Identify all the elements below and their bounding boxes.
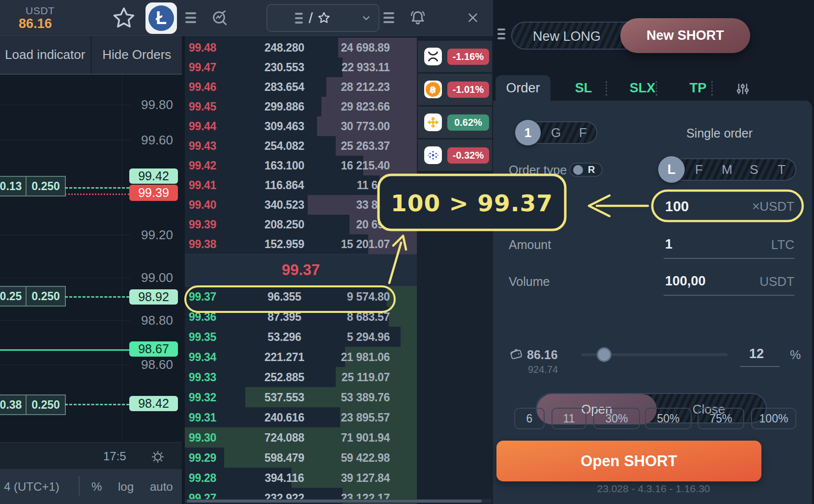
group-option-g[interactable]: G bbox=[551, 125, 561, 140]
orderbook-price: 99.45 bbox=[189, 100, 233, 113]
chart-order-label[interactable]: 0.130.250 bbox=[0, 176, 66, 196]
axis-settings-icon[interactable] bbox=[150, 449, 165, 464]
alerts-bell-icon[interactable] bbox=[408, 8, 428, 28]
litecoin-logo[interactable]: Ł bbox=[145, 2, 177, 34]
dom-mode-select[interactable]: / bbox=[266, 4, 379, 32]
account-selector-1[interactable]: 1 bbox=[515, 120, 541, 145]
orderbook-row-bid[interactable]: 99.29598.47959 422.98 bbox=[185, 448, 417, 468]
orderbook-price: 99.44 bbox=[189, 120, 233, 133]
quick-amount-button[interactable]: 30% bbox=[593, 408, 640, 429]
orderbook-volume: 537.553 bbox=[244, 391, 325, 404]
tab-tp[interactable]: TP bbox=[683, 75, 713, 101]
hide-orders-button[interactable]: Hide Orders bbox=[92, 36, 182, 74]
order-type-label: Order type bbox=[509, 163, 567, 177]
book-horizontal-scrollbar[interactable] bbox=[185, 499, 492, 503]
new-long-tab[interactable]: New LONG bbox=[512, 23, 621, 51]
price-axis-badge: 98.92 bbox=[129, 289, 178, 305]
orderbook-row-ask[interactable]: 99.45299.88629 823.66 bbox=[185, 97, 417, 116]
scrollbar-thumb[interactable] bbox=[187, 500, 482, 503]
amount-underline bbox=[664, 258, 794, 259]
orderbook-row-bid[interactable]: 99.30724.08871 901.94 bbox=[185, 427, 417, 448]
orderbook-row-ask[interactable]: 99.48248.28024 698.89 bbox=[185, 38, 417, 57]
orderbook-volume: 299.886 bbox=[244, 100, 325, 113]
menu-icon-2[interactable] bbox=[383, 12, 394, 23]
orderbook-volume: 53.296 bbox=[244, 330, 325, 343]
watchlist-item-btc[interactable]: ฿-1.01% bbox=[418, 74, 492, 105]
chart-area[interactable]: 99.8099.6099.2099.0098.8098.6099.4299.39… bbox=[0, 75, 182, 442]
watchlist-item-bnb[interactable]: 0.62% bbox=[418, 107, 492, 138]
order-type-toggle[interactable]: R bbox=[569, 163, 603, 177]
quick-amount-button[interactable]: 100% bbox=[751, 408, 796, 429]
order-size: 0.250 bbox=[27, 395, 65, 414]
log-scale-button[interactable]: log bbox=[118, 480, 134, 494]
dom-header: / bbox=[182, 0, 493, 36]
orderbook-row-ask[interactable]: 99.46283.65428 212.23 bbox=[185, 77, 417, 97]
tab-order[interactable]: Order bbox=[495, 75, 551, 101]
mode-option-t[interactable]: T bbox=[778, 162, 785, 177]
new-short-tab[interactable]: New SHORT bbox=[620, 18, 750, 53]
orderbook-volume: 283.654 bbox=[244, 81, 325, 94]
order-settings-sliders-icon[interactable] bbox=[735, 81, 751, 97]
orderbook-total: 24 698.89 bbox=[341, 41, 390, 55]
orderbook-row-ask[interactable]: 99.43254.08225 263.37 bbox=[185, 136, 417, 156]
mode-option-s[interactable]: S bbox=[750, 162, 758, 177]
volume-input[interactable]: 100,00 bbox=[665, 274, 706, 289]
last-price: 99.37 bbox=[282, 261, 320, 279]
last-price-row[interactable]: 99.37 bbox=[185, 254, 417, 286]
orderbook-row-bid[interactable]: 99.32537.55353 389.76 bbox=[185, 387, 417, 407]
mode-selector-l[interactable]: L bbox=[658, 156, 685, 183]
orderbook-volume: 152.959 bbox=[244, 238, 325, 251]
menu-icon[interactable] bbox=[185, 12, 196, 23]
chart-order-label[interactable]: 0.380.250 bbox=[0, 394, 66, 415]
orderbook-row-ask[interactable]: 99.42163.10016 215.40 bbox=[185, 156, 417, 175]
risk-percent-input[interactable]: 12 bbox=[749, 346, 764, 362]
tab-sl[interactable]: SL bbox=[569, 75, 598, 101]
orderbook-row-bid[interactable]: 99.31240.61623 895.57 bbox=[185, 407, 417, 427]
orderbook-row-bid[interactable]: 99.3687.3958 683.57 bbox=[185, 307, 417, 327]
auto-scale-button[interactable]: auto bbox=[150, 480, 173, 494]
orderbook-total: 21 981.06 bbox=[341, 350, 390, 364]
orderbook-row-ask[interactable]: 99.44309.46330 773.00 bbox=[185, 116, 417, 136]
open-short-button[interactable]: Open SHORT bbox=[496, 441, 761, 481]
favorite-star-icon[interactable] bbox=[111, 5, 137, 31]
close-icon[interactable] bbox=[466, 11, 480, 25]
quick-amount-button[interactable]: 6 bbox=[514, 408, 545, 429]
watchlist-item-ada[interactable]: -0.32% bbox=[418, 140, 492, 171]
percent-scale-button[interactable]: % bbox=[91, 480, 102, 494]
orderbook-row-ask[interactable]: 99.47230.55322 933.11 bbox=[185, 57, 417, 77]
load-indicator-button[interactable]: Load indicator bbox=[0, 36, 92, 74]
mode-option-f[interactable]: F bbox=[695, 162, 703, 177]
orderbook-row-bid[interactable]: 99.3553.2965 294.96 bbox=[185, 327, 417, 347]
order-book[interactable]: 99.48248.28024 698.8999.47230.55322 933.… bbox=[185, 36, 417, 504]
orderbook-row-ask[interactable]: 99.39208.25020 697 bbox=[185, 215, 417, 234]
orderbook-row-ask[interactable]: 99.40340.52333 847 bbox=[185, 195, 417, 215]
mode-option-m[interactable]: M bbox=[722, 162, 732, 177]
tab-slx[interactable]: SLX bbox=[628, 75, 657, 101]
chart-gridline bbox=[0, 364, 130, 365]
orderbook-row-bid[interactable]: 99.3796.3559 574.80 bbox=[185, 286, 417, 307]
orderbook-row-ask[interactable]: 99.38152.95915 201.07 bbox=[185, 234, 417, 254]
price-input[interactable]: 100 bbox=[665, 198, 689, 215]
quick-amount-button[interactable]: 75% bbox=[698, 408, 744, 429]
orderbook-total: 25 119.07 bbox=[342, 370, 390, 384]
chart-order-label[interactable]: 0.250.250 bbox=[0, 286, 66, 307]
timezone-label[interactable]: 4 (UTC+1) bbox=[4, 480, 59, 494]
orderbook-total: 9 574.80 bbox=[347, 290, 390, 303]
risk-slider-knob[interactable] bbox=[597, 347, 611, 362]
quick-amount-button[interactable]: 11 bbox=[552, 408, 586, 429]
orderbook-row-bid[interactable]: 99.33252.88525 119.07 bbox=[185, 367, 417, 387]
quick-amount-button[interactable]: 50% bbox=[645, 408, 692, 429]
watchlist-item-xrp[interactable]: -1.16% bbox=[418, 41, 492, 72]
chart-search-icon[interactable] bbox=[210, 9, 230, 28]
amount-input[interactable]: 1 bbox=[665, 237, 672, 252]
orderbook-total: 28 212.23 bbox=[341, 81, 390, 94]
orderbook-price: 99.33 bbox=[189, 370, 233, 384]
group-option-f[interactable]: F bbox=[579, 125, 587, 140]
panel-menu-icon[interactable] bbox=[497, 28, 505, 39]
orderbook-row-bid[interactable]: 99.34221.27121 981.06 bbox=[185, 347, 417, 367]
change-badge: 0.62% bbox=[447, 114, 489, 131]
watchlist-column: -1.16%฿-1.01%0.62%-0.32% bbox=[417, 36, 493, 504]
orderbook-row-bid[interactable]: 99.28394.11639 127.84 bbox=[185, 468, 417, 488]
orderbook-row-ask[interactable]: 99.41116.86411 617 bbox=[185, 175, 417, 195]
ada-icon bbox=[424, 146, 442, 164]
